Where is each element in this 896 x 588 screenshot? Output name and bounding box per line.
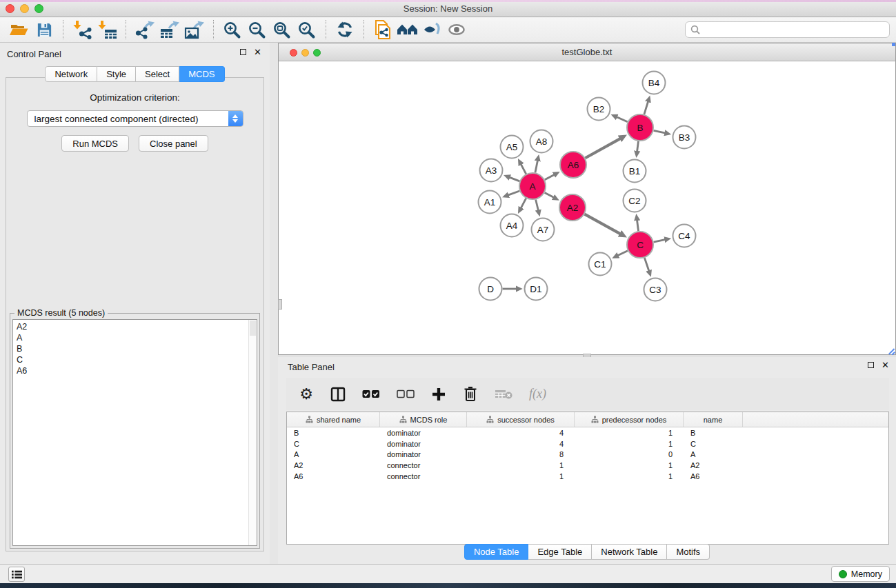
graph-edge-B-B1[interactable] bbox=[637, 141, 638, 152]
table-row[interactable]: A6connector11A6 bbox=[287, 471, 888, 482]
graph-node-A7[interactable]: A7 bbox=[532, 219, 555, 241]
graph-edge-A-A1[interactable] bbox=[508, 191, 519, 195]
import-table-icon[interactable] bbox=[94, 19, 119, 41]
tab-network[interactable]: Network bbox=[45, 66, 97, 82]
list-item[interactable]: A bbox=[17, 332, 257, 343]
close-panel-button[interactable]: Close panel bbox=[139, 135, 208, 152]
graph-edge-A-A2[interactable] bbox=[545, 192, 555, 197]
home-icon[interactable] bbox=[395, 19, 420, 41]
table-row[interactable]: Adominator80A bbox=[287, 449, 888, 460]
table-row[interactable]: Bdominator41B bbox=[287, 427, 888, 438]
graph-edge-C-C4[interactable] bbox=[654, 239, 666, 242]
memory-label: Memory bbox=[851, 569, 882, 579]
add-column-icon[interactable] bbox=[431, 384, 446, 405]
export-table-icon[interactable] bbox=[157, 19, 182, 41]
graph-edge-A2-C[interactable] bbox=[585, 214, 621, 234]
scrollbar[interactable] bbox=[248, 320, 257, 545]
export-image-icon[interactable] bbox=[182, 19, 207, 41]
tab-mcds[interactable]: MCDS bbox=[179, 66, 224, 82]
table-row[interactable]: Cdominator41C bbox=[287, 438, 888, 449]
graph-edge-B-B4[interactable] bbox=[644, 101, 648, 114]
window-resize-grip[interactable] bbox=[887, 346, 895, 354]
float-panel-icon[interactable] bbox=[240, 49, 246, 55]
graph-node-B4[interactable]: B4 bbox=[643, 72, 666, 94]
tab-node-table[interactable]: Node Table bbox=[464, 544, 529, 560]
zoom-in-icon[interactable] bbox=[220, 19, 245, 41]
graph-node-B2[interactable]: B2 bbox=[588, 98, 610, 121]
graph-node-A1[interactable]: A1 bbox=[479, 191, 501, 214]
table-row[interactable]: A2connector11A2 bbox=[287, 460, 888, 471]
save-session-icon[interactable] bbox=[32, 19, 57, 41]
graph-node-A8[interactable]: A8 bbox=[530, 130, 553, 153]
tab-motifs[interactable]: Motifs bbox=[667, 544, 710, 560]
table-settings-icon[interactable]: ⚙ bbox=[299, 384, 314, 405]
graph-edge-B-B3[interactable] bbox=[654, 130, 666, 133]
graph-node-A6[interactable]: A6 bbox=[560, 152, 586, 178]
graph-node-C1[interactable]: C1 bbox=[589, 253, 612, 276]
memory-button[interactable]: Memory bbox=[831, 566, 890, 582]
graph-edge-A-A7[interactable] bbox=[536, 199, 539, 211]
graph-edge-C-C1[interactable] bbox=[617, 251, 628, 256]
export-network-icon[interactable] bbox=[132, 19, 157, 41]
graph-node-A[interactable]: A bbox=[519, 173, 546, 199]
import-network-icon[interactable] bbox=[70, 19, 94, 41]
graph-node-A2[interactable]: A2 bbox=[559, 194, 586, 221]
graph-edge-C-C3[interactable] bbox=[644, 258, 649, 272]
graph-node-D[interactable]: D bbox=[479, 278, 502, 301]
select-all-icon[interactable] bbox=[362, 384, 380, 405]
column-header-MCDS-role[interactable]: MCDS role bbox=[380, 412, 467, 427]
graph-edge-C-C2[interactable] bbox=[637, 219, 638, 231]
graph-node-B[interactable]: B bbox=[627, 114, 653, 141]
list-item[interactable]: B bbox=[17, 343, 257, 354]
graph-edge-A-A3[interactable] bbox=[509, 177, 520, 181]
graph-edge-B-B2[interactable] bbox=[616, 116, 628, 122]
task-history-button[interactable] bbox=[8, 567, 25, 582]
hide-graphics-details-icon[interactable] bbox=[445, 19, 470, 41]
float-table-panel-icon[interactable] bbox=[868, 362, 874, 368]
deselect-all-icon[interactable] bbox=[397, 384, 415, 405]
graph-edge-A-A8[interactable] bbox=[535, 160, 538, 172]
close-table-panel-icon[interactable]: ✕ bbox=[882, 362, 889, 368]
graph-node-B1[interactable]: B1 bbox=[624, 160, 646, 183]
network-canvas[interactable]: B4B2BB3A8A5A6A3B1AA1C2A2A4A7C4CC1DD1C3 bbox=[279, 61, 895, 354]
column-header-successor-nodes[interactable]: successor nodes bbox=[467, 412, 575, 427]
tab-edge-table[interactable]: Edge Table bbox=[528, 544, 592, 560]
tab-network-table[interactable]: Network Table bbox=[592, 544, 667, 560]
splitpane-collapse-handle[interactable] bbox=[278, 299, 282, 310]
zoom-selected-icon[interactable] bbox=[295, 19, 319, 41]
column-header-predecessor-nodes[interactable]: predecessor nodes bbox=[575, 412, 684, 427]
criterion-dropdown[interactable]: largest connected component (directed) bbox=[27, 110, 243, 127]
column-view-icon[interactable] bbox=[330, 384, 346, 405]
search-field[interactable] bbox=[685, 21, 890, 38]
graph-edge-A-A6[interactable] bbox=[545, 174, 555, 180]
graph-node-D1[interactable]: D1 bbox=[525, 278, 548, 301]
graph-node-B3[interactable]: B3 bbox=[673, 126, 696, 149]
graph-node-C[interactable]: C bbox=[627, 232, 653, 258]
list-item[interactable]: A2 bbox=[17, 321, 257, 332]
show-graphics-details-icon[interactable] bbox=[420, 19, 445, 41]
duplicate-network-icon[interactable] bbox=[370, 19, 395, 41]
refresh-icon[interactable] bbox=[332, 19, 357, 41]
list-item[interactable]: C bbox=[17, 354, 257, 365]
run-mcds-button[interactable]: Run MCDS bbox=[61, 135, 129, 152]
graph-edge-A-A4[interactable] bbox=[521, 199, 526, 209]
column-header-name[interactable]: name bbox=[684, 412, 743, 427]
tab-select[interactable]: Select bbox=[136, 66, 179, 82]
zoom-out-icon[interactable] bbox=[245, 19, 270, 41]
delete-column-icon[interactable] bbox=[463, 384, 478, 405]
graph-node-A3[interactable]: A3 bbox=[480, 159, 503, 182]
graph-edge-A6-B[interactable] bbox=[585, 139, 621, 159]
close-panel-icon[interactable]: ✕ bbox=[254, 49, 261, 55]
graph-node-C4[interactable]: C4 bbox=[673, 225, 696, 247]
list-item[interactable]: A6 bbox=[17, 365, 257, 376]
tab-style[interactable]: Style bbox=[97, 66, 136, 82]
graph-node-A5[interactable]: A5 bbox=[501, 136, 524, 159]
graph-edge-A-A5[interactable] bbox=[521, 163, 526, 174]
graph-node-C3[interactable]: C3 bbox=[644, 278, 667, 301]
search-input[interactable] bbox=[704, 25, 889, 34]
zoom-fit-icon[interactable] bbox=[270, 19, 295, 41]
graph-node-C2[interactable]: C2 bbox=[624, 190, 646, 212]
graph-node-A4[interactable]: A4 bbox=[501, 214, 524, 237]
column-header-shared-name[interactable]: shared name bbox=[287, 412, 380, 427]
open-session-icon[interactable] bbox=[7, 19, 32, 41]
